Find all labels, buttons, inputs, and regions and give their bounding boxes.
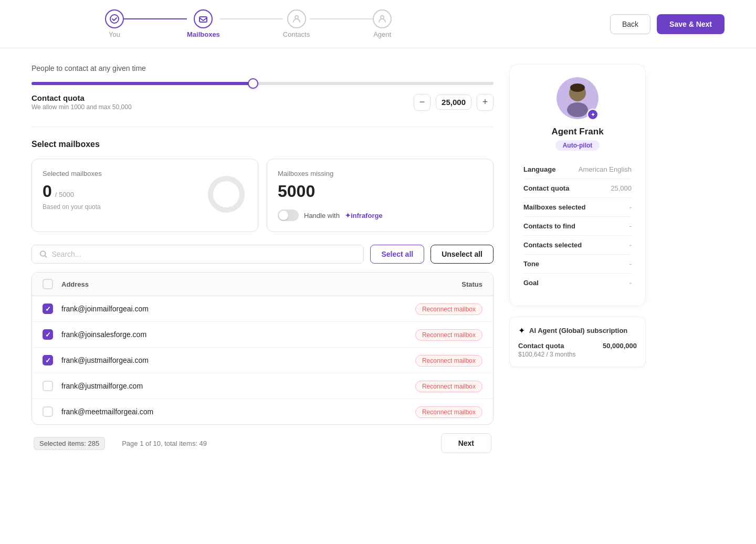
sub-header: ✦ AI Agent (Global) subscription: [518, 326, 637, 336]
table-row: frank@meetmailforgeai.com Reconnect mail…: [32, 399, 493, 424]
svg-point-0: [110, 15, 119, 23]
tone-key: Tone: [523, 260, 539, 268]
back-button[interactable]: Back: [610, 14, 650, 34]
info-row-contacts-find: Contacts to find -: [523, 217, 632, 236]
row3-checkbox[interactable]: [43, 355, 53, 365]
minus-button[interactable]: −: [414, 94, 430, 111]
infraforge-toggle[interactable]: [278, 210, 299, 221]
table-row: frank@joinsalesforge.com Reconnect mailb…: [32, 322, 493, 348]
info-row-language: Language American English: [523, 160, 632, 179]
row4-address: frank@justmailforge.com: [61, 382, 398, 390]
header-address-col: Address: [61, 280, 398, 288]
handle-with-label: Handle with: [304, 212, 340, 219]
unselect-all-button[interactable]: Unselect all: [430, 245, 494, 264]
left-panel: People to contact at any given time Cont…: [32, 64, 494, 529]
step-agent: Agent: [373, 9, 392, 38]
row4-status-badge[interactable]: Reconnect mailbox: [415, 381, 482, 392]
row5-checkbox[interactable]: [43, 406, 53, 417]
sub-quota-label: Contact quota: [518, 342, 564, 350]
quota-value: 25,000: [436, 95, 471, 110]
row5-address: frank@meetmailforgeai.com: [61, 407, 398, 416]
step-mailboxes-label: Mailboxes: [187, 30, 220, 38]
row5-status-badge[interactable]: Reconnect mailbox: [415, 406, 482, 418]
header-status-col: Status: [398, 280, 482, 288]
row2-check: [43, 329, 61, 340]
save-next-button[interactable]: Save & Next: [657, 14, 724, 34]
connector-2: [220, 18, 283, 19]
contacts-selected-val: -: [629, 241, 632, 249]
info-row-contacts-selected: Contacts selected -: [523, 236, 632, 255]
slider-thumb[interactable]: [248, 78, 258, 89]
avatar-badge: ✦: [587, 109, 598, 120]
mailbox-cards: Selected mailboxes 0 / 5000 Based on you…: [32, 159, 494, 232]
selected-mailboxes-card: Selected mailboxes 0 / 5000 Based on you…: [32, 159, 258, 232]
number-input: − 25,000 +: [414, 94, 494, 111]
goal-val: -: [629, 279, 632, 287]
sub-title: AI Agent (Global) subscription: [529, 327, 627, 334]
goal-key: Goal: [523, 279, 539, 287]
stepper: You Mailboxes Contacts: [105, 9, 392, 38]
row1-address: frank@joinmailforgeai.com: [61, 305, 398, 313]
row3-address: frank@justmailforgeai.com: [61, 356, 398, 364]
slider-track: [32, 82, 494, 85]
next-button[interactable]: Next: [441, 433, 491, 453]
row1-status-badge[interactable]: Reconnect mailbox: [415, 304, 482, 315]
selected-card-value: 0: [43, 182, 52, 201]
subscription-card: ✦ AI Agent (Global) subscription Contact…: [509, 317, 646, 367]
mailboxes-val: -: [629, 203, 632, 211]
row4-status: Reconnect mailbox: [398, 381, 482, 391]
row2-checkbox[interactable]: [43, 329, 53, 340]
language-key: Language: [523, 165, 555, 173]
row1-status: Reconnect mailbox: [398, 304, 482, 313]
row4-check: [43, 381, 61, 391]
step-mailboxes: Mailboxes: [187, 9, 220, 38]
tone-val: -: [629, 260, 632, 268]
missing-mailboxes-card: Mailboxes missing 5000 Handle with ✦infr…: [267, 159, 494, 232]
missing-toggle-row: Handle with ✦infraforge: [278, 210, 482, 221]
header-check-col: [43, 279, 61, 289]
table-footer: Selected items: 285 Page 1 of 10, total …: [32, 433, 494, 453]
toggle-thumb: [279, 211, 288, 220]
row3-status-badge[interactable]: Reconnect mailbox: [415, 355, 482, 367]
mailbox-table: Address Status frank@joinmailforgeai.com…: [32, 272, 494, 425]
svg-point-4: [211, 179, 242, 210]
quota-row: Contact quota We allow min 1000 and max …: [32, 93, 494, 111]
step-agent-icon: [373, 9, 392, 28]
info-row-goal: Goal -: [523, 274, 632, 292]
select-all-checkbox[interactable]: [43, 279, 53, 289]
row3-status: Reconnect mailbox: [398, 355, 482, 365]
language-val: American English: [579, 165, 632, 173]
search-input[interactable]: [51, 250, 356, 258]
info-row-mailboxes: Mailboxes selected -: [523, 198, 632, 217]
right-panel: ✦ Agent Frank Auto-pilot Language Americ…: [509, 64, 646, 529]
infraforge-brand: ✦infraforge: [345, 212, 383, 219]
select-all-button[interactable]: Select all: [370, 245, 424, 264]
svg-point-9: [570, 83, 585, 92]
info-row-tone: Tone -: [523, 255, 632, 274]
row1-check: [43, 304, 61, 314]
contact-quota-val: 25,000: [611, 184, 632, 192]
row1-checkbox[interactable]: [43, 304, 53, 314]
missing-card-label: Mailboxes missing: [278, 170, 482, 177]
step-contacts: Contacts: [283, 9, 310, 38]
table-row: frank@justmailforge.com Reconnect mailbo…: [32, 373, 493, 399]
quota-title: Contact quota: [32, 93, 132, 102]
sub-quota-row: Contact quota 50,000,000: [518, 342, 637, 350]
people-section-label: People to contact at any given time: [32, 64, 494, 72]
donut-chart: [205, 173, 247, 217]
header: You Mailboxes Contacts: [0, 0, 756, 48]
quota-sub: We allow min 1000 and max 50,000: [32, 103, 132, 111]
row4-checkbox[interactable]: [43, 381, 53, 391]
agent-info-table: Language American English Contact quota …: [522, 159, 633, 293]
step-agent-label: Agent: [373, 30, 391, 38]
row2-status-badge[interactable]: Reconnect mailbox: [415, 329, 482, 341]
selected-card-sep: / 5000: [55, 191, 74, 198]
quota-info: Contact quota We allow min 1000 and max …: [32, 93, 132, 111]
connector-1: [124, 18, 187, 19]
header-buttons: Back Save & Next: [610, 14, 724, 34]
svg-rect-1: [200, 17, 207, 22]
connector-3: [310, 18, 373, 19]
mailboxes-key: Mailboxes selected: [523, 203, 586, 211]
plus-button[interactable]: +: [477, 94, 494, 111]
svg-point-8: [567, 102, 588, 117]
